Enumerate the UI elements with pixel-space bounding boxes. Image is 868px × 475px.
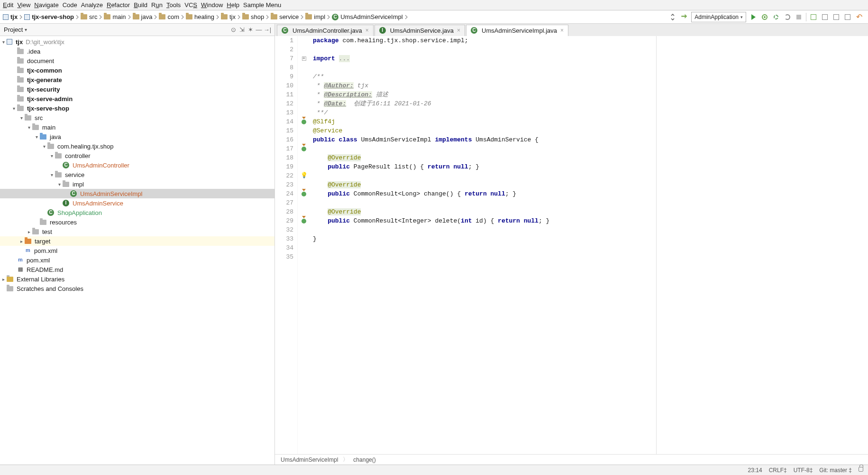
tree-item[interactable]: CShopApplication [0,208,274,217]
code-line[interactable]: @Service [313,126,868,135]
tree-item[interactable]: ▸test [0,227,274,236]
tree-item[interactable]: ▾main [0,122,274,132]
stop-button[interactable] [795,13,803,21]
toolbar-back-icon[interactable]: ↶ [855,13,863,21]
breadcrumb-item[interactable]: healing [185,13,215,20]
tree-item[interactable]: resources [0,217,274,227]
tree-item[interactable]: ▾java [0,132,274,141]
tree-scratches[interactable]: Scratches and Consoles [0,284,274,293]
editor-tab[interactable]: CUmsAdminServiceImpl.java× [466,25,568,36]
code-line[interactable]: @Override [313,180,868,189]
tree-item[interactable]: ▾tjx-serve-shop [0,103,274,113]
code-line[interactable]: * @Author: tjx [313,81,868,90]
code-line[interactable]: @Override [313,153,868,162]
status-line-separator[interactable]: CRLF‡ [769,467,787,474]
menu-vcs[interactable]: VCS [184,1,197,9]
code-line[interactable]: * @Description: 描述 [313,90,868,99]
code-line[interactable] [313,171,868,180]
project-tree[interactable]: ▾ tjx D:\git_work\tjx .ideadocumenttjx-c… [0,36,275,465]
close-icon[interactable]: × [365,27,369,34]
code-area[interactable]: 1278910111213141516171819222324272829323… [275,36,868,454]
menu-navigate[interactable]: Navigate [34,1,58,9]
breadcrumb-item[interactable]: impl [304,13,326,20]
code-line[interactable]: package com.healing.tjx.shop.service.imp… [313,36,868,45]
tree-item[interactable]: tjx-security [0,84,274,94]
tree-item[interactable]: tjx-common [0,65,274,75]
status-git-branch[interactable]: Git: master ‡ [819,467,852,474]
tree-item[interactable]: IUmsAdminService [0,198,274,208]
twisty-icon[interactable]: ▾ [18,115,25,121]
code-line[interactable]: public CommonResult<Integer> delete(int … [313,216,868,225]
code-line[interactable] [313,144,868,153]
status-encoding[interactable]: UTF-8‡ [794,467,813,474]
twisty-icon[interactable]: ▾ [41,144,47,149]
code-line[interactable] [313,63,868,72]
code-line[interactable] [313,225,868,234]
project-view-caret[interactable]: ▾ [25,27,27,32]
breadcrumb-item[interactable]: service [270,13,300,20]
implements-icon[interactable] [302,147,306,151]
tree-item[interactable]: CUmsAdminController [0,160,274,170]
twisty-icon[interactable]: ▾ [10,106,17,111]
menu-edit[interactable]: Edit [3,1,13,9]
breadcrumb-item[interactable]: src [80,13,98,20]
twisty-icon[interactable]: ▾ [26,125,32,130]
hammer-icon[interactable] [680,13,688,21]
tree-item[interactable]: ▾controller [0,151,274,160]
editor-crumb-class[interactable]: UmsAdminServiceImpl [281,456,338,463]
menu-window[interactable]: Window [201,1,223,9]
twisty-icon[interactable]: ▾ [48,172,55,177]
menu-run[interactable]: Run [151,1,163,9]
code-line[interactable]: } [313,234,868,243]
menu-view[interactable]: View [17,1,30,9]
toolbar-icon-2[interactable] [821,13,829,21]
code-line[interactable] [313,45,868,54]
code-line[interactable] [313,252,868,261]
toolbar-icon-1[interactable] [809,13,818,21]
code-line[interactable]: public CommonResult<Long> change() { ret… [313,189,868,198]
fold-icon[interactable] [302,56,306,61]
tree-item[interactable]: .idea [0,47,274,56]
expand-icon[interactable]: ⇲ [238,27,245,33]
editor-crumb-method[interactable]: change() [353,456,375,463]
menu-code[interactable]: Code [63,1,77,9]
code-line[interactable]: @Override [313,207,868,216]
twisty-icon[interactable]: ▸ [0,277,7,282]
twisty-icon[interactable]: ▾ [48,153,55,158]
implements-icon[interactable] [302,192,306,196]
debug-button[interactable] [760,13,769,21]
tree-item[interactable]: tjx-serve-admin [0,94,274,103]
twisty-icon[interactable]: ▾ [33,134,40,140]
run-config-select[interactable]: AdminApplication ▾ [691,12,746,22]
twisty-icon[interactable]: ▾ [0,39,7,45]
tree-external-libraries[interactable]: ▸ External Libraries [0,274,274,284]
code-line[interactable]: import ... [313,54,868,63]
menu-build[interactable]: Build [134,1,147,9]
breadcrumb-item[interactable]: tjx [2,13,18,20]
code-line[interactable]: public PageResult list() { return null; … [313,162,868,171]
tree-root[interactable]: ▾ tjx D:\git_work\tjx [0,37,274,47]
twisty-icon[interactable]: ▾ [56,182,63,187]
menu-refactor[interactable]: Refactor [107,1,130,9]
tree-item[interactable]: ▸target [0,236,274,246]
hide-icon[interactable]: — [256,27,262,33]
tree-item[interactable]: ▾service [0,170,274,179]
code-line[interactable]: * @Date: 创建于16:11 2021-01-26 [313,99,868,108]
code-line[interactable]: public class UmsAdminServiceImpl impleme… [313,135,868,144]
collapse-icon[interactable]: →| [264,27,271,33]
tree-item[interactable]: ▾com.healing.tjx.shop [0,141,274,151]
menu-help[interactable]: Help [227,1,239,9]
breadcrumb-item[interactable]: tjx [220,13,237,20]
tree-item[interactable]: tjx-generate [0,75,274,84]
tree-item[interactable]: ▾src [0,113,274,122]
run-button[interactable] [749,13,758,21]
lock-icon[interactable] [859,467,863,472]
menu-tools[interactable]: Tools [166,1,181,9]
editor-tab[interactable]: IUmsAdminService.java× [375,25,465,36]
code-line[interactable] [313,243,868,252]
code-line[interactable]: @Slf4j [313,117,868,126]
run-coverage-button[interactable] [772,13,780,21]
code[interactable]: package com.healing.tjx.shop.service.imp… [310,36,868,454]
breadcrumb-item[interactable]: shop [241,13,265,20]
tree-item[interactable]: mpom.xml [0,255,274,265]
